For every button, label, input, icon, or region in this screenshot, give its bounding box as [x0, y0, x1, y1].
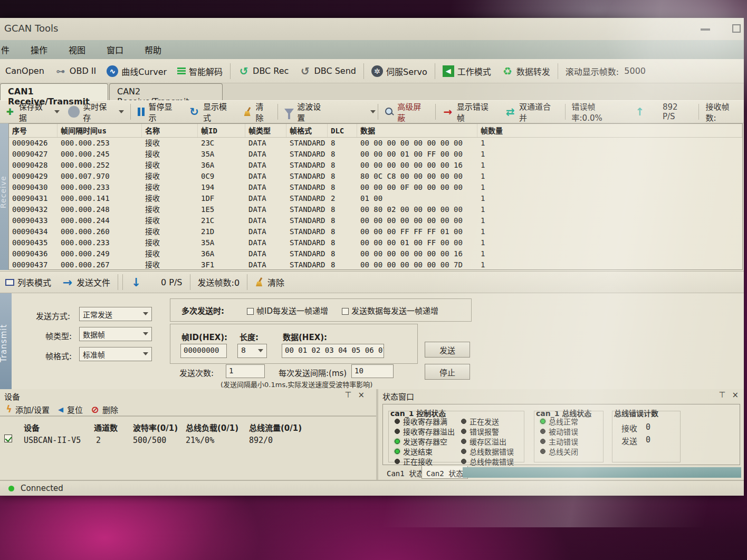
list-mode-button[interactable]: 列表模式: [0, 272, 56, 293]
merge-channels-button[interactable]: ⇄ 双通道合并: [500, 101, 562, 123]
receive-count-label: 接收帧数:: [701, 101, 744, 123]
obd-button[interactable]: ⊶ OBD II: [50, 59, 101, 83]
table-row[interactable]: 00090433 000.000.244 接收 21C DATA STANDAR…: [9, 215, 742, 226]
busflow-col-header[interactable]: 总线流量(0/1): [249, 422, 302, 433]
status-bar: Connected: [0, 480, 744, 496]
device-checkbox[interactable]: [4, 435, 12, 442]
cell-dlc: 8: [328, 215, 357, 226]
busload-col-header[interactable]: 总线负载(0/1): [186, 422, 238, 433]
table-row[interactable]: 00090427 000.000.245 接收 35A DATA STANDAR…: [9, 149, 742, 160]
table-row[interactable]: 00090429 000.007.970 接收 0C9 DATA STANDAR…: [9, 171, 742, 182]
work-mode-button[interactable]: ◀ 工作模式: [437, 59, 496, 83]
tab-can2-status[interactable]: Can2 状态: [422, 466, 468, 479]
servo-button[interactable]: ✲ 伺服Servo: [366, 59, 433, 83]
col-frame-format[interactable]: 帧格式: [286, 124, 328, 137]
data-hex-input[interactable]: 00 01 02 03 04 05 06 07: [282, 344, 384, 358]
show-error-frames-button[interactable]: → 显示错误帧: [438, 101, 500, 123]
table-row[interactable]: 00090432 000.000.248 接收 1E5 DATA STANDAR…: [9, 204, 742, 215]
send-file-button[interactable]: → 发送文件: [56, 272, 116, 293]
device-panel-title: 设备 ⊤ ×: [0, 389, 376, 402]
table-row[interactable]: 00090426 000.000.253 接收 23C DATA STANDAR…: [9, 138, 742, 149]
cell-frame-type: DATA: [245, 204, 286, 215]
tab-can1[interactable]: CAN1 Receive/Transmit: [0, 83, 108, 100]
menu-item-window[interactable]: 窗口: [107, 43, 123, 56]
dbc-rec-button[interactable]: ↺ DBC Rec: [233, 59, 294, 83]
filter-settings-button[interactable]: 滤波设置: [280, 101, 332, 123]
transmit-side-tab[interactable]: Transmit: [0, 293, 12, 389]
advanced-mask-button[interactable]: 高级屏蔽: [380, 101, 433, 123]
curve-label: 曲线Curver: [121, 65, 167, 78]
col-dlc[interactable]: DLC: [328, 124, 357, 137]
chevron-down-icon[interactable]: [370, 110, 376, 113]
channels-col-header[interactable]: 通道数: [94, 422, 118, 433]
frame-type-select[interactable]: 数据帧: [79, 327, 152, 341]
scroll-frames-value[interactable]: 5000: [624, 59, 651, 83]
col-data[interactable]: 数据: [357, 124, 477, 137]
col-frame-id[interactable]: 帧ID: [198, 124, 245, 137]
cell-interval: 000.000.141: [58, 193, 142, 204]
send-times-input[interactable]: 1: [226, 364, 265, 378]
col-name[interactable]: 名称: [142, 124, 198, 137]
close-icon[interactable]: ×: [732, 390, 739, 400]
tab-can2[interactable]: CAN2 Receive/Transmit: [109, 83, 223, 100]
table-row[interactable]: 00090431 000.000.141 接收 1DF DATA STANDAR…: [9, 193, 742, 204]
add-setup-button[interactable]: ϟ 添加/设置: [5, 403, 50, 416]
table-row[interactable]: 00090435 000.000.233 接收 35A DATA STANDAR…: [9, 237, 742, 248]
cell-dlc: 8: [328, 138, 357, 149]
chevron-down-icon[interactable]: [119, 110, 124, 113]
table-row[interactable]: 00090430 000.000.233 接收 194 DATA STANDAR…: [9, 182, 742, 193]
length-select[interactable]: 8: [237, 344, 267, 358]
window-title: GCAN Tools: [4, 23, 58, 34]
menu-item-view[interactable]: 视图: [69, 43, 85, 56]
cell-frame-format: STANDARD: [286, 160, 328, 171]
frame-format-select[interactable]: 标准帧: [79, 347, 152, 361]
pin-icon[interactable]: ⊤: [344, 390, 351, 400]
canopen-button[interactable]: CanOpen: [0, 59, 50, 83]
reset-icon: ◀: [57, 403, 64, 415]
col-frame-type[interactable]: 帧类型: [245, 124, 286, 137]
menu-item-operate[interactable]: 操作: [31, 43, 47, 56]
device-name[interactable]: USBCAN-II-V5: [24, 436, 81, 445]
delete-button[interactable]: ⊘ 删除: [90, 403, 118, 416]
led-buffer-overflow: 缓存区溢出: [461, 436, 506, 447]
data-forward-button[interactable]: ♻ 数据转发: [496, 59, 556, 83]
display-mode-button[interactable]: ↻ 显示模式: [184, 101, 238, 123]
data-forward-label: 数据转发: [516, 65, 550, 78]
send-mode-select[interactable]: 正常发送: [79, 307, 152, 321]
col-interval[interactable]: 帧间隔时间us: [58, 124, 142, 137]
table-row[interactable]: 00090434 000.000.260 接收 21D DATA STANDAR…: [9, 226, 742, 237]
cell-frame-id: 35A: [198, 149, 245, 160]
reset-label: 复位: [67, 404, 83, 415]
stop-button[interactable]: 停止: [425, 364, 470, 380]
smart-decode-button[interactable]: 智能解码: [172, 59, 228, 83]
chevron-down-icon[interactable]: [54, 110, 60, 113]
frame-id-input[interactable]: 00000000: [180, 344, 227, 358]
curve-button[interactable]: ∿ 曲线Curver: [101, 59, 172, 83]
receive-side-tab[interactable]: Receive: [0, 123, 8, 270]
frame-id-increment-checkbox[interactable]: 帧ID每发送一帧递增: [247, 305, 328, 316]
table-row[interactable]: 00090428 000.000.252 接收 36A DATA STANDAR…: [9, 160, 742, 171]
dbc-send-button[interactable]: ↺ DBC Send: [294, 59, 361, 83]
data-increment-checkbox[interactable]: 发送数据每发送一帧递增: [342, 305, 438, 316]
send-button[interactable]: 发送: [425, 342, 470, 358]
menu-item-help[interactable]: 帮助: [145, 43, 161, 56]
reset-button[interactable]: ◀ 复位: [57, 403, 83, 416]
table-row[interactable]: 00090436 000.000.249 接收 36A DATA STANDAR…: [9, 248, 742, 259]
baud-col-header[interactable]: 波特率(0/1): [133, 422, 178, 433]
device-col-header[interactable]: 设备: [24, 422, 40, 433]
work-mode-icon: ◀: [443, 65, 454, 77]
close-icon[interactable]: ×: [358, 390, 365, 400]
transmit-rate-value: 0 P/S: [161, 277, 182, 287]
clear-receive-button[interactable]: 清除: [239, 101, 276, 123]
col-seq[interactable]: 序号: [9, 124, 58, 137]
col-frame-count[interactable]: 帧数量: [477, 124, 742, 137]
minimize-icon[interactable]: [701, 28, 710, 31]
clear-transmit-button[interactable]: 清除: [250, 272, 290, 293]
table-row[interactable]: 00090437 000.000.267 接收 3F1 DATA STANDAR…: [9, 259, 742, 271]
maximize-icon[interactable]: [732, 24, 741, 33]
menu-item-file[interactable]: 件: [1, 43, 9, 56]
pin-icon[interactable]: ⊤: [719, 390, 725, 400]
send-interval-input[interactable]: 10: [351, 364, 394, 378]
cell-frame-id: 3F1: [198, 259, 245, 271]
pause-display-button[interactable]: 暂停显示: [133, 101, 185, 123]
